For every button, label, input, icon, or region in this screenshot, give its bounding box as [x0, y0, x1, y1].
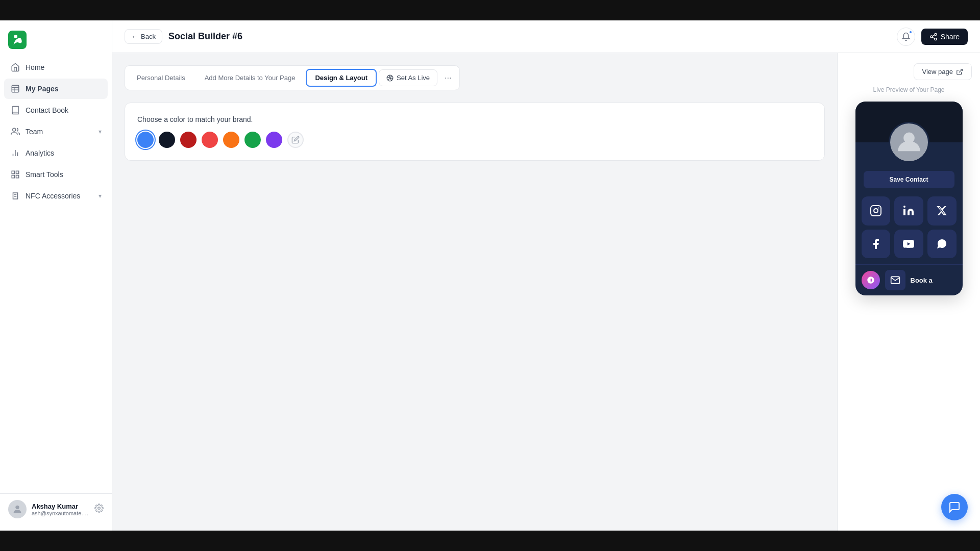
- phone-book-icon: [862, 271, 880, 289]
- color-swatch-green[interactable]: [244, 132, 261, 148]
- page-body: Personal Details Add More Details to You…: [112, 53, 980, 531]
- color-swatch-blue[interactable]: [137, 132, 154, 148]
- avatar: [8, 500, 27, 518]
- phone-avatar: [889, 122, 929, 163]
- main-content: ← Back Social Builder #6 Share: [112, 20, 980, 531]
- phone-avatar-area: [855, 122, 963, 163]
- color-swatch-dark-red[interactable]: [180, 132, 197, 148]
- svg-point-14: [15, 506, 19, 509]
- top-bar: [0, 0, 980, 20]
- svg-rect-26: [903, 209, 905, 215]
- sidebar-label-contact-book: Contact Book: [26, 106, 102, 114]
- header-left: ← Back Social Builder #6: [125, 29, 242, 44]
- phone-linkedin-icon[interactable]: [894, 196, 923, 226]
- svg-rect-9: [16, 171, 19, 173]
- sidebar-item-contact-book[interactable]: Contact Book: [4, 100, 108, 120]
- sidebar-item-smart-tools[interactable]: Smart Tools: [4, 164, 108, 185]
- tab-personal-details[interactable]: Personal Details: [128, 69, 194, 86]
- svg-line-22: [959, 69, 962, 72]
- share-button[interactable]: Share: [921, 29, 968, 45]
- svg-point-17: [930, 36, 933, 38]
- bottom-bar: [0, 531, 980, 551]
- svg-line-19: [932, 37, 935, 39]
- more-options-button[interactable]: ···: [439, 70, 456, 86]
- page-title: Social Builder #6: [168, 31, 242, 42]
- phone-book-text: Book a: [911, 277, 933, 284]
- chevron-down-icon: ▾: [99, 128, 102, 135]
- sidebar-item-nfc-accessories[interactable]: NFC Accessories ▾: [4, 186, 108, 206]
- svg-point-27: [903, 206, 905, 208]
- color-swatch-black[interactable]: [159, 132, 175, 148]
- chat-fab-button[interactable]: [941, 494, 968, 520]
- share-label: Share: [941, 33, 960, 41]
- sidebar-label-nfc: NFC Accessories: [26, 192, 93, 200]
- sidebar-item-home[interactable]: Home: [4, 57, 108, 78]
- back-button[interactable]: ← Back: [125, 29, 162, 44]
- user-email: ash@synxautomate.com: [32, 510, 89, 516]
- svg-rect-11: [16, 176, 19, 178]
- tab-design-layout[interactable]: Design & Layout: [306, 69, 377, 87]
- phone-instagram-icon[interactable]: [862, 196, 891, 226]
- users-icon: [10, 127, 20, 137]
- svg-point-18: [935, 38, 937, 40]
- svg-rect-0: [12, 85, 19, 92]
- analytics-icon: [10, 148, 20, 158]
- contact-book-icon: [10, 105, 20, 115]
- phone-x-icon[interactable]: [927, 196, 957, 226]
- phone-facebook-icon[interactable]: [862, 230, 891, 259]
- color-section-title: Choose a color to match your brand.: [137, 115, 812, 123]
- phone-whatsapp-icon[interactable]: [927, 230, 957, 259]
- phone-save-contact[interactable]: Save Contact: [864, 171, 954, 188]
- user-info: Akshay Kumar ash@synxautomate.com: [32, 503, 89, 516]
- svg-rect-24: [871, 206, 881, 216]
- view-page-button[interactable]: View page: [914, 63, 972, 80]
- user-name: Akshay Kumar: [32, 503, 89, 510]
- tabs-bar: Personal Details Add More Details to You…: [125, 65, 460, 90]
- sidebar-item-my-pages[interactable]: My Pages: [4, 79, 108, 99]
- phone-envelope-icon: [885, 270, 905, 290]
- sidebar-logo: [0, 27, 112, 57]
- phone-mockup: Save Contact: [855, 102, 963, 295]
- preview-panel: View page Live Preview of Your Page Save…: [837, 53, 980, 531]
- sidebar-label-home: Home: [26, 63, 102, 71]
- sidebar-label-analytics: Analytics: [26, 149, 102, 157]
- set-as-live-button[interactable]: Set As Live: [379, 69, 437, 86]
- preview-label: Live Preview of Your Page: [873, 86, 944, 93]
- set-live-label: Set As Live: [397, 74, 430, 82]
- logo-icon: [8, 31, 27, 49]
- builder-area: Personal Details Add More Details to You…: [112, 53, 837, 531]
- sidebar-nav: Home My Pages Contact Book: [0, 57, 112, 493]
- svg-line-20: [932, 35, 935, 36]
- chevron-down-icon-nfc: ▾: [99, 192, 102, 199]
- sidebar-user: Akshay Kumar ash@synxautomate.com: [0, 493, 112, 524]
- phone-youtube-icon[interactable]: [894, 230, 923, 259]
- view-page-label: View page: [922, 68, 953, 76]
- color-swatches: [137, 132, 812, 148]
- sidebar-label-smart-tools: Smart Tools: [26, 170, 102, 179]
- page-header: ← Back Social Builder #6 Share: [112, 20, 980, 53]
- tab-add-more-details[interactable]: Add More Details to Your Page: [196, 69, 304, 86]
- sidebar-item-analytics[interactable]: Analytics: [4, 143, 108, 163]
- svg-rect-8: [12, 171, 14, 173]
- svg-point-4: [13, 128, 16, 131]
- settings-icon[interactable]: [94, 504, 104, 515]
- svg-point-16: [935, 33, 937, 35]
- back-label: Back: [141, 33, 156, 40]
- phone-book-row: Book a: [855, 264, 963, 295]
- sidebar-item-team[interactable]: Team ▾: [4, 121, 108, 142]
- phone-social-grid: [855, 196, 963, 264]
- sidebar-label-team: Team: [26, 128, 93, 136]
- home-icon: [10, 62, 20, 72]
- notification-dot: [909, 30, 913, 34]
- nfc-icon: [10, 191, 20, 201]
- notification-button[interactable]: [897, 28, 915, 46]
- custom-color-button[interactable]: [287, 132, 304, 148]
- color-swatch-purple[interactable]: [266, 132, 282, 148]
- file-icon: [10, 84, 20, 94]
- svg-rect-10: [12, 176, 14, 178]
- color-swatch-red[interactable]: [202, 132, 218, 148]
- sidebar-label-my-pages: My Pages: [26, 85, 102, 93]
- grid-icon: [10, 169, 20, 180]
- color-swatch-orange[interactable]: [223, 132, 239, 148]
- back-arrow-icon: ←: [131, 33, 138, 40]
